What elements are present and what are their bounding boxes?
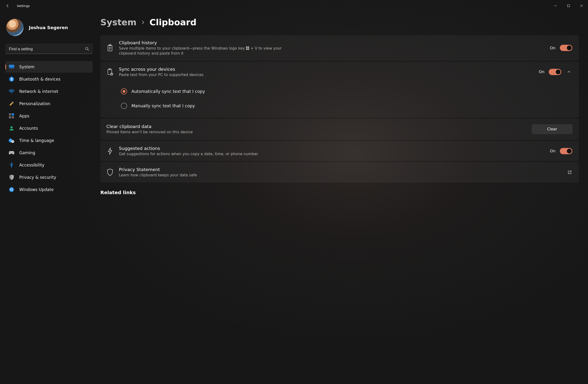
card-suggested: Suggested actions Get suggestions for ac… xyxy=(100,141,579,161)
clipboard-history-toggle[interactable] xyxy=(560,45,572,51)
sync-toggle[interactable] xyxy=(549,69,561,75)
close-button[interactable] xyxy=(575,1,588,11)
app-title: Settings xyxy=(17,4,30,8)
search-icon xyxy=(85,47,89,51)
open-link-icon xyxy=(567,170,572,175)
card-text: Suggested actions Get suggestions for ac… xyxy=(119,145,545,157)
sync-options: Automatically sync text that I copy Manu… xyxy=(101,82,579,117)
nav-label: Apps xyxy=(19,114,29,118)
nav-privacy[interactable]: Privacy & security xyxy=(5,172,93,183)
search-input[interactable] xyxy=(5,44,93,54)
nav-label: Privacy & security xyxy=(19,175,56,180)
wifi-icon xyxy=(9,89,14,94)
username: Joshua Segeren xyxy=(29,25,68,30)
svg-rect-14 xyxy=(12,116,14,118)
card-row: Clipboard history Save multiple items to… xyxy=(101,36,579,61)
radio-auto-sync[interactable]: Automatically sync text that I copy xyxy=(121,88,572,95)
shield-outline-icon xyxy=(106,169,114,176)
nav-gaming[interactable]: Gaming xyxy=(5,147,93,159)
nav-accessibility[interactable]: Accessibility xyxy=(5,159,93,171)
clear-button[interactable]: Clear xyxy=(532,124,572,134)
sidebar: Joshua Segeren System Bluetooth & device… xyxy=(0,12,95,384)
card-title: Clipboard history xyxy=(119,40,545,46)
nav-update[interactable]: Windows Update xyxy=(5,184,93,195)
card-row[interactable]: Sync across your devices Paste text from… xyxy=(101,62,579,82)
toggle-state: On xyxy=(550,46,555,50)
card-privacy[interactable]: Privacy Statement Learn how clipboard ke… xyxy=(100,162,579,182)
breadcrumb-section[interactable]: System xyxy=(100,17,136,27)
row-right: On xyxy=(539,69,572,75)
nav-network[interactable]: Network & internet xyxy=(5,86,93,97)
card-text: Privacy Statement Learn how clipboard ke… xyxy=(119,167,562,178)
paintbrush-icon xyxy=(9,101,14,107)
card-clear: Clear clipboard data Pinned items won't … xyxy=(100,119,579,140)
nav-accounts[interactable]: Accounts xyxy=(5,122,93,134)
radio-manual-sync[interactable]: Manually sync text that I copy xyxy=(121,103,572,109)
card-sub: Get suggestions for actions when you cop… xyxy=(119,152,292,157)
svg-rect-8 xyxy=(11,69,13,69)
nav-label: Accounts xyxy=(19,126,38,131)
radio-label: Automatically sync text that I copy xyxy=(131,89,205,94)
nav-label: System xyxy=(19,64,34,69)
clipboard-icon xyxy=(106,44,114,52)
card-title: Sync across your devices xyxy=(119,66,534,72)
svg-point-19 xyxy=(13,152,13,153)
nav-label: Bluetooth & devices xyxy=(19,77,61,81)
radio-label: Manually sync text that I copy xyxy=(131,103,195,108)
lightning-icon xyxy=(106,147,114,155)
chevron-right-icon xyxy=(141,20,145,24)
nav-label: Personalization xyxy=(19,101,50,106)
clock-globe-icon xyxy=(9,138,14,143)
profile[interactable]: Joshua Segeren xyxy=(5,17,93,43)
svg-point-20 xyxy=(11,163,12,164)
settings-window: Settings Joshua Segeren System xyxy=(0,0,588,384)
collapse-button[interactable] xyxy=(566,69,572,75)
svg-point-15 xyxy=(10,126,13,128)
nav-bluetooth[interactable]: Bluetooth & devices xyxy=(5,73,93,85)
gamepad-icon xyxy=(9,150,14,156)
back-button[interactable] xyxy=(5,3,10,8)
nav: System Bluetooth & devices Network & int… xyxy=(5,61,93,195)
update-icon xyxy=(9,187,14,192)
svg-line-5 xyxy=(88,49,89,51)
nav-apps[interactable]: Apps xyxy=(5,110,93,122)
titlebar: Settings xyxy=(0,0,588,12)
display-icon xyxy=(9,64,14,70)
nav-time[interactable]: Time & language xyxy=(5,135,93,146)
accessibility-icon xyxy=(9,162,14,168)
svg-rect-13 xyxy=(9,116,11,118)
svg-rect-22 xyxy=(108,45,112,51)
svg-rect-12 xyxy=(12,113,14,116)
nav-system[interactable]: System xyxy=(5,61,93,73)
nav-label: Network & internet xyxy=(19,89,58,94)
suggested-toggle[interactable] xyxy=(560,148,572,154)
minimize-button[interactable] xyxy=(549,1,562,11)
svg-point-4 xyxy=(86,47,88,50)
card-clipboard-history: Clipboard history Save multiple items to… xyxy=(100,35,579,61)
card-text: Sync across your devices Paste text from… xyxy=(119,66,534,78)
card-sub: Pinned items won't be removed on this de… xyxy=(106,130,280,135)
avatar xyxy=(6,19,23,36)
breadcrumb-page: Clipboard xyxy=(149,17,196,27)
related-links-heading: Related links xyxy=(100,190,579,195)
radio-button[interactable] xyxy=(121,103,127,109)
main-content[interactable]: System Clipboard Clipboard history Save … xyxy=(95,12,588,384)
svg-point-18 xyxy=(10,152,11,153)
breadcrumb: System Clipboard xyxy=(100,17,579,27)
card-sub: Learn how clipboard keeps your data safe xyxy=(119,173,292,178)
person-icon xyxy=(9,125,14,131)
bluetooth-icon xyxy=(9,76,14,82)
chevron-up-icon xyxy=(567,70,571,74)
svg-rect-7 xyxy=(9,67,14,68)
nav-label: Windows Update xyxy=(19,187,54,192)
windows-logo-icon xyxy=(246,46,249,50)
toggle-state: On xyxy=(550,149,555,153)
toggle-state: On xyxy=(539,70,545,74)
radio-button[interactable] xyxy=(121,88,127,95)
svg-point-21 xyxy=(9,187,14,192)
apps-icon xyxy=(9,113,14,119)
nav-personalization[interactable]: Personalization xyxy=(5,98,93,109)
card-text: Clipboard history Save multiple items to… xyxy=(119,40,545,56)
body: Joshua Segeren System Bluetooth & device… xyxy=(0,12,588,384)
maximize-button[interactable] xyxy=(562,1,575,11)
